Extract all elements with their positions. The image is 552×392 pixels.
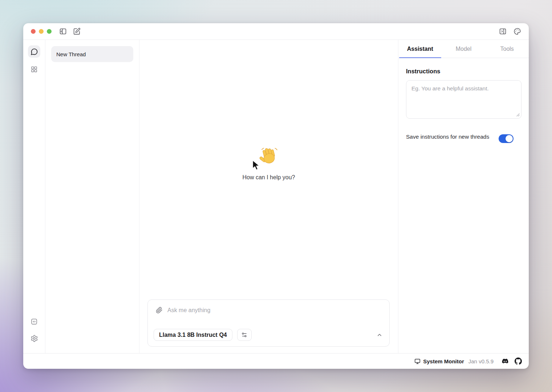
discord-icon[interactable] [502, 358, 509, 365]
traffic-lights [31, 29, 52, 34]
empty-state: How can I help you? [139, 147, 398, 181]
sliders-icon [241, 332, 247, 338]
thread-list: New Thread [45, 40, 139, 353]
instructions-textarea[interactable] [406, 80, 521, 119]
theme-palette-icon[interactable] [514, 28, 521, 35]
new-thread-icon[interactable] [73, 28, 81, 35]
github-icon[interactable] [515, 358, 522, 365]
mouse-cursor [251, 159, 262, 172]
save-instructions-toggle[interactable] [499, 134, 514, 143]
local-api-server-button[interactable] [28, 315, 40, 328]
message-input[interactable] [167, 307, 382, 314]
status-bar: System Monitor Jan v0.5.9 [23, 353, 529, 369]
zoom-button[interactable] [47, 29, 52, 34]
hub-nav-button[interactable] [28, 63, 40, 75]
thread-title: New Thread [56, 51, 86, 57]
monitor-icon [414, 358, 421, 364]
chat-bubble-icon [31, 48, 38, 56]
assistant-panel: Assistant Model Tools Instructions Save … [398, 40, 529, 353]
threads-nav-button[interactable] [28, 45, 40, 58]
system-monitor-button[interactable]: System Monitor [414, 358, 464, 364]
thread-list-item[interactable]: New Thread [51, 46, 133, 62]
instructions-heading: Instructions [406, 68, 521, 75]
close-button[interactable] [31, 29, 36, 34]
hub-grid-icon [31, 66, 38, 73]
settings-gear-icon [31, 335, 38, 342]
greeting-text: How can I help you? [139, 174, 398, 181]
save-instructions-label: Save instructions for new threads [406, 132, 499, 143]
model-settings-button[interactable] [237, 329, 252, 341]
app-version: Jan v0.5.9 [468, 358, 494, 364]
toggle-right-panel-icon[interactable] [499, 28, 507, 35]
collapse-composer-button[interactable] [376, 332, 383, 338]
titlebar [23, 23, 529, 40]
chat-area: How can I help you? Llama 3.1 8B Instruc… [139, 40, 398, 353]
local-api-server-icon [31, 318, 38, 325]
wave-emoji [259, 147, 279, 165]
tab-assistant[interactable]: Assistant [398, 40, 442, 58]
tab-model[interactable]: Model [442, 40, 486, 58]
attach-paperclip-icon[interactable] [156, 307, 163, 314]
minimize-button[interactable] [39, 29, 44, 34]
model-name: Llama 3.1 8B Instruct Q4 [159, 332, 227, 338]
nav-rail [23, 40, 45, 353]
tab-tools[interactable]: Tools [485, 40, 529, 58]
toggle-left-panel-icon[interactable] [59, 28, 67, 35]
system-monitor-label: System Monitor [423, 358, 464, 364]
model-selector[interactable]: Llama 3.1 8B Instruct Q4 [154, 329, 232, 341]
panel-tabs: Assistant Model Tools [398, 40, 529, 58]
settings-button[interactable] [28, 332, 40, 344]
app-window: New Thread [23, 23, 529, 369]
composer: Llama 3.1 8B Instruct Q4 [147, 299, 390, 347]
